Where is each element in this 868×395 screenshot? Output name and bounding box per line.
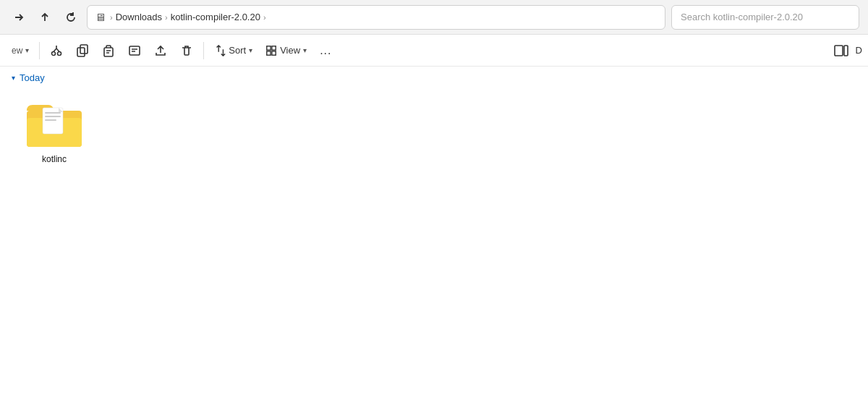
view-button[interactable]: View ▾ [260,38,312,63]
svg-rect-6 [267,46,271,49]
paste-button[interactable] [96,38,121,63]
svg-rect-2 [80,45,88,54]
breadcrumb[interactable]: 🖥 › Downloads › kotlin-compiler-2.0.20 › [87,5,665,30]
rename-button[interactable] [122,38,147,63]
svg-rect-4 [104,48,113,56]
svg-rect-16 [45,116,61,117]
monitor-icon: 🖥 [95,11,106,23]
more-label: ... [320,44,331,57]
d-label: D [856,45,862,56]
breadcrumb-folder[interactable]: kotlin-compiler-2.0.20 [171,12,260,22]
forward-button[interactable] [9,9,29,26]
breadcrumb-downloads[interactable]: Downloads [116,12,162,22]
svg-rect-5 [129,46,140,55]
group-today-header[interactable]: ▾ Today [12,72,856,83]
copy-button[interactable] [70,38,95,63]
search-box[interactable]: Search kotlin-compiler-2.0.20 [671,5,859,30]
folder-label-kotlinc: kotlinc [42,154,67,164]
svg-rect-9 [272,51,276,54]
chevron-down-icon: ▾ [12,74,15,82]
sort-label: Sort [229,45,246,56]
toolbar-separator-1 [39,42,40,59]
folder-item-kotlinc[interactable]: kotlinc [14,92,94,170]
sort-button[interactable]: Sort ▾ [208,38,258,63]
svg-rect-7 [272,46,276,49]
cut-button[interactable] [44,38,69,63]
content-area: ▾ Today [0,67,868,395]
address-bar: 🖥 › Downloads › kotlin-compiler-2.0.20 ›… [0,0,868,35]
svg-rect-3 [77,48,85,56]
files-grid: kotlinc [12,92,856,170]
refresh-button[interactable] [61,9,81,26]
toolbar-separator-2 [203,42,204,59]
more-button[interactable]: ... [314,38,337,63]
svg-rect-8 [267,51,271,54]
new-view-button[interactable]: ew ▾ [6,38,35,63]
share-button[interactable] [148,38,173,63]
folder-icon [25,98,83,150]
delete-button[interactable] [174,38,199,63]
view-label: View [280,45,300,56]
group-today-label: Today [20,72,45,83]
svg-point-1 [58,51,61,55]
svg-rect-17 [45,119,56,121]
up-button[interactable] [35,9,55,26]
details-panel-button[interactable] [828,41,854,61]
svg-rect-11 [844,46,848,56]
svg-rect-10 [835,46,843,56]
toolbar: ew ▾ [0,35,868,67]
search-placeholder: Search kotlin-compiler-2.0.20 [681,12,803,22]
svg-point-0 [52,51,56,55]
svg-rect-15 [45,112,61,114]
